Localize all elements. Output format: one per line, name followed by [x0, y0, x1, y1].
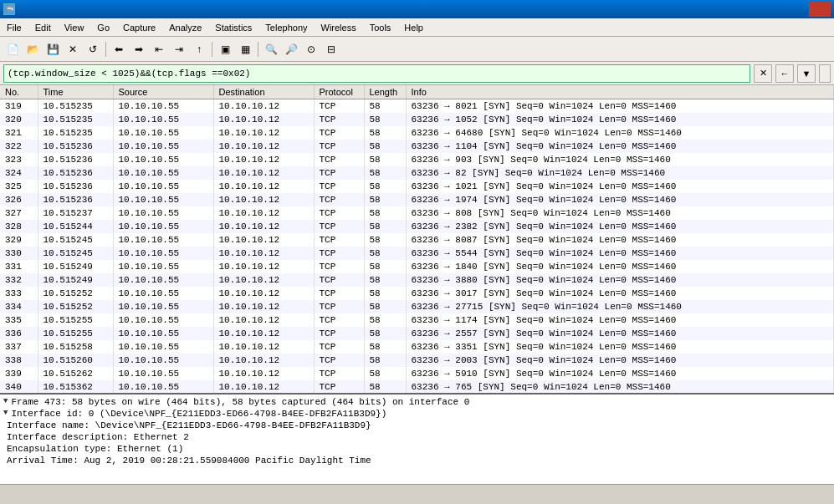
toolbar-button-reload[interactable]: ↺ [84, 40, 102, 59]
col-header-destination[interactable]: Destination [213, 85, 314, 99]
filter-input-container [3, 64, 750, 83]
cell-source: 10.10.10.55 [113, 313, 213, 327]
table-row[interactable]: 336 10.515255 10.10.10.55 10.10.10.12 TC… [0, 327, 834, 340]
table-row[interactable]: 324 10.515236 10.10.10.55 10.10.10.12 TC… [0, 166, 834, 180]
menu-item-wireless[interactable]: Wireless [315, 18, 363, 36]
table-row[interactable]: 333 10.515252 10.10.10.55 10.10.10.12 TC… [0, 287, 834, 300]
detail-line[interactable]: ▼ Frame 473: 58 bytes on wire (464 bits)… [3, 396, 831, 408]
menu-item-telephony[interactable]: Telephony [258, 18, 314, 36]
detail-line[interactable]: Interface name: \Device\NPF_{E211EDD3-ED… [3, 420, 831, 431]
cell-length: 58 [364, 140, 406, 153]
col-header-info[interactable]: Info [406, 85, 834, 99]
col-header-source[interactable]: Source [113, 85, 213, 99]
table-row[interactable]: 331 10.515249 10.10.10.55 10.10.10.12 TC… [0, 260, 834, 273]
table-row[interactable]: 337 10.515258 10.10.10.55 10.10.10.12 TC… [0, 340, 834, 354]
table-row[interactable]: 330 10.515245 10.10.10.55 10.10.10.12 TC… [0, 247, 834, 260]
table-row[interactable]: 334 10.515252 10.10.10.55 10.10.10.12 TC… [0, 300, 834, 313]
cell-no: 329 [0, 233, 38, 247]
table-row[interactable]: 332 10.515249 10.10.10.55 10.10.10.12 TC… [0, 273, 834, 287]
cell-source: 10.10.10.55 [113, 380, 213, 394]
col-header-protocol[interactable]: Protocol [314, 85, 364, 99]
cell-no: 335 [0, 313, 38, 327]
toolbar-button-find[interactable]: ⬅ [110, 40, 128, 59]
toolbar-button-open[interactable]: 📂 [23, 40, 42, 59]
menu-item-edit[interactable]: Edit [28, 18, 58, 36]
col-header-length[interactable]: Length [364, 85, 406, 99]
table-row[interactable]: 339 10.515262 10.10.10.55 10.10.10.12 TC… [0, 367, 834, 380]
cell-time: 10.515237 [38, 206, 113, 220]
menu-item-tools[interactable]: Tools [363, 18, 398, 36]
detail-line[interactable]: Encapsulation type: Ethernet (1) [3, 443, 831, 455]
toolbar-button-next[interactable]: ➡ [130, 40, 148, 59]
cell-no: 324 [0, 166, 38, 180]
toolbar-button-zoom-in[interactable]: 🔍 [262, 40, 280, 59]
detail-triangle: ▼ [3, 409, 8, 417]
toolbar-button-go-last[interactable]: ⇥ [170, 40, 188, 59]
toolbar-button-go-prev[interactable]: ↑ [190, 40, 208, 59]
menu-item-help[interactable]: Help [397, 18, 430, 36]
menu-item-capture[interactable]: Capture [116, 18, 162, 36]
toolbar-button-close[interactable]: ✕ [64, 40, 82, 59]
toolbar-button-go-first[interactable]: ⇤ [150, 40, 168, 59]
cell-destination: 10.10.10.12 [213, 126, 314, 140]
cell-protocol: TCP [314, 327, 364, 340]
cell-info: 63236 → 1104 [SYN] Seq=0 Win=1024 Len=0 … [406, 140, 834, 153]
table-row[interactable]: 323 10.515236 10.10.10.55 10.10.10.12 TC… [0, 153, 834, 166]
table-row[interactable]: 338 10.515260 10.10.10.55 10.10.10.12 TC… [0, 354, 834, 367]
detail-line[interactable]: ▼ Interface id: 0 (\Device\NPF_{E211EDD3… [3, 408, 831, 420]
detail-text: Interface name: \Device\NPF_{E211EDD3-ED… [7, 420, 831, 430]
minimize-button[interactable] [764, 2, 785, 17]
cell-info: 63236 → 903 [SYN] Seq=0 Win=1024 Len=0 M… [406, 153, 834, 166]
col-header-no[interactable]: No. [0, 85, 38, 99]
toolbar-separator-sep3 [258, 42, 258, 57]
filter-input[interactable] [3, 64, 750, 83]
cell-no: 326 [0, 193, 38, 206]
filter-back-button[interactable]: ← [775, 64, 794, 83]
table-row[interactable]: 326 10.515236 10.10.10.55 10.10.10.12 TC… [0, 193, 834, 206]
cell-destination: 10.10.10.12 [213, 273, 314, 287]
cell-info: 63236 → 5910 [SYN] Seq=0 Win=1024 Len=0 … [406, 367, 834, 380]
menu-item-go[interactable]: Go [90, 18, 116, 36]
table-row[interactable]: 329 10.515245 10.10.10.55 10.10.10.12 TC… [0, 233, 834, 247]
table-row[interactable]: 335 10.515255 10.10.10.55 10.10.10.12 TC… [0, 313, 834, 327]
filter-forward-button[interactable]: ▼ [797, 64, 816, 83]
packet-list-container: No. Time Source Destination Protocol Len… [0, 85, 834, 395]
table-row[interactable]: 320 10.515235 10.10.10.55 10.10.10.12 TC… [0, 113, 834, 126]
toolbar-button-capture-stop[interactable]: ▦ [236, 40, 254, 59]
expression-button[interactable] [819, 64, 831, 83]
toolbar-button-capture-start[interactable]: ▣ [216, 40, 234, 59]
maximize-button[interactable] [786, 2, 808, 17]
table-row[interactable]: 321 10.515235 10.10.10.55 10.10.10.12 TC… [0, 126, 834, 140]
cell-info: 63236 → 27715 [SYN] Seq=0 Win=1024 Len=0… [406, 300, 834, 313]
cell-time: 10.515235 [38, 126, 113, 140]
menu-item-statistics[interactable]: Statistics [208, 18, 258, 36]
detail-text: Frame 473: 58 bytes on wire (464 bits), … [11, 397, 831, 407]
table-row[interactable]: 340 10.515362 10.10.10.55 10.10.10.12 TC… [0, 380, 834, 394]
detail-line[interactable]: Interface description: Ethernet 2 [3, 431, 831, 443]
toolbar-button-save[interactable]: 💾 [43, 40, 62, 59]
toolbar-button-zoom-reset[interactable]: ⊙ [302, 40, 320, 59]
toolbar-button-zoom-out[interactable]: 🔎 [282, 40, 300, 59]
toolbar-separator-sep2 [212, 42, 212, 57]
cell-source: 10.10.10.55 [113, 140, 213, 153]
toolbar-button-resize[interactable]: ⊟ [322, 40, 340, 59]
cell-length: 58 [364, 193, 406, 206]
toolbar-button-new[interactable]: 📄 [3, 40, 22, 59]
close-button[interactable] [809, 2, 831, 17]
cell-source: 10.10.10.55 [113, 233, 213, 247]
detail-line[interactable]: Arrival Time: Aug 2, 2019 00:28:21.55908… [3, 455, 831, 466]
table-row[interactable]: 328 10.515244 10.10.10.55 10.10.10.12 TC… [0, 220, 834, 233]
table-row[interactable]: 327 10.515237 10.10.10.55 10.10.10.12 TC… [0, 206, 834, 220]
table-row[interactable]: 319 10.515235 10.10.10.55 10.10.10.12 TC… [0, 99, 834, 113]
cell-protocol: TCP [314, 99, 364, 113]
menu-item-file[interactable]: File [0, 18, 28, 36]
packet-list-scroll[interactable]: No. Time Source Destination Protocol Len… [0, 85, 834, 393]
table-row[interactable]: 325 10.515236 10.10.10.55 10.10.10.12 TC… [0, 180, 834, 193]
col-header-time[interactable]: Time [38, 85, 113, 99]
cell-protocol: TCP [314, 247, 364, 260]
cell-destination: 10.10.10.12 [213, 206, 314, 220]
menu-item-analyze[interactable]: Analyze [162, 18, 208, 36]
filter-clear-button[interactable]: ✕ [754, 64, 772, 83]
menu-item-view[interactable]: View [58, 18, 91, 36]
table-row[interactable]: 322 10.515236 10.10.10.55 10.10.10.12 TC… [0, 140, 834, 153]
